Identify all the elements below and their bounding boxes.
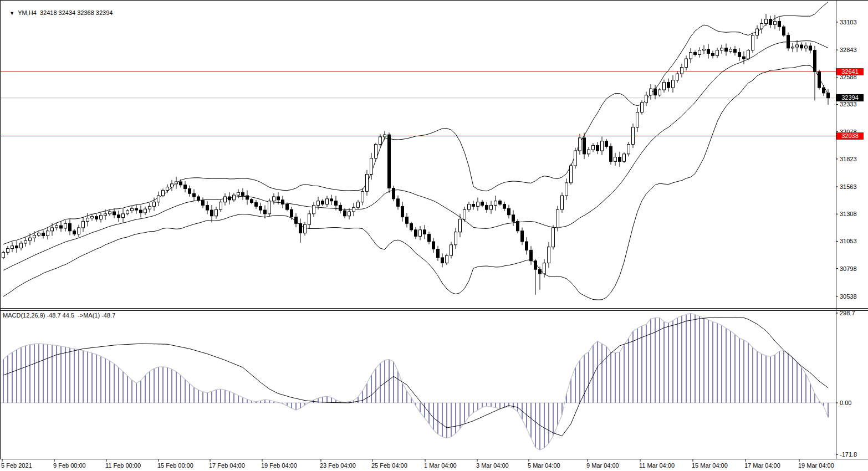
candle[interactable] [446,254,448,265]
upper-band-line[interactable] [3,2,828,244]
candle[interactable] [627,142,630,157]
time-axis-label[interactable]: 15 Feb 00:00 [157,462,193,469]
time-axis-label[interactable]: 11 Mar 04:00 [639,462,675,469]
candle[interactable] [215,207,218,219]
candle[interactable] [264,206,267,219]
candle[interactable] [641,100,644,115]
candle[interactable] [721,45,723,54]
candle[interactable] [295,213,298,227]
candle[interactable] [410,222,413,232]
candle[interactable] [268,198,271,216]
candle[interactable] [211,205,213,222]
candle[interactable] [286,202,289,211]
candle[interactable] [552,225,555,249]
candle[interactable] [73,229,76,236]
time-axis-label[interactable]: 5 Mar 04:00 [528,462,560,469]
time-axis-label[interactable]: 9 Feb 00:00 [53,462,86,469]
candle[interactable] [499,199,502,206]
candle[interactable] [193,189,196,201]
candle[interactable] [823,85,825,96]
candle[interactable] [224,193,227,206]
candle[interactable] [614,153,617,166]
candle[interactable] [441,253,444,267]
candle[interactable] [814,46,816,100]
candle[interactable] [596,142,599,154]
candle[interactable] [423,225,426,239]
candle[interactable] [366,170,369,196]
candle[interactable] [135,205,138,214]
candle[interactable] [610,144,612,165]
candle[interactable] [2,251,5,259]
candle[interactable] [508,205,510,219]
candle[interactable] [672,75,675,93]
candle[interactable] [756,25,759,39]
candle[interactable] [760,19,763,34]
candle[interactable] [339,202,342,213]
support-price-badge[interactable]: 32038 [836,132,864,140]
candle[interactable] [78,225,80,237]
candle[interactable] [512,210,515,226]
candle[interactable] [490,201,493,214]
candle[interactable] [747,49,750,60]
candle[interactable] [574,148,577,169]
candle[interactable] [197,195,200,203]
candle[interactable] [304,222,307,236]
candle[interactable] [131,206,134,213]
candle[interactable] [24,237,27,247]
candle[interactable] [650,84,652,100]
candle[interactable] [783,25,785,37]
candle[interactable] [419,226,422,240]
candle[interactable] [60,222,63,232]
candle[interactable] [113,208,116,218]
candle[interactable] [450,242,453,258]
candle[interactable] [397,196,400,210]
candle[interactable] [388,132,391,193]
candle[interactable] [273,193,275,204]
candle[interactable] [432,238,435,253]
candle[interactable] [259,203,262,214]
candle[interactable] [162,188,165,197]
candle[interactable] [676,71,679,83]
macd-panel[interactable] [0,313,836,450]
candle[interactable] [738,48,741,61]
candle[interactable] [636,107,639,132]
candle[interactable] [778,17,781,30]
time-axis-label[interactable]: 17 Mar 04:00 [744,462,780,469]
candle[interactable] [149,203,151,212]
time-axis-label[interactable]: 1 Mar 04:00 [424,462,457,469]
candle[interactable] [171,180,173,191]
candle[interactable] [82,217,85,232]
candle[interactable] [166,185,169,193]
candle[interactable] [184,181,187,192]
candle[interactable] [716,48,719,58]
candle[interactable] [654,85,657,99]
candle[interactable] [494,196,497,211]
candle[interactable] [219,199,222,212]
candle[interactable] [667,79,670,92]
candle[interactable] [406,213,409,227]
candle[interactable] [468,202,471,212]
resistance-price-badge[interactable]: 32641 [836,68,864,75]
candle[interactable] [326,196,329,207]
candle[interactable] [729,47,732,54]
symbol-dropdown-icon[interactable]: ▼ [9,11,14,16]
candle[interactable] [7,246,9,255]
candle[interactable] [579,134,581,155]
candle[interactable] [605,139,608,149]
candle[interactable] [188,186,191,197]
time-axis-label[interactable]: 19 Feb 04:00 [261,462,297,469]
candle[interactable] [712,50,714,58]
candle[interactable] [601,137,604,156]
candle[interactable] [118,211,120,222]
candle[interactable] [282,196,284,208]
candle[interactable] [645,92,648,106]
candle[interactable] [517,219,519,233]
chart-canvas[interactable]: 3310332843325883233332078318233156331308… [0,0,868,471]
candle[interactable] [698,47,701,58]
lower-band-line[interactable] [3,65,828,300]
candle[interactable] [694,50,697,57]
time-axis-label[interactable]: 19 Mar 04:00 [798,462,834,469]
candle[interactable] [353,203,355,216]
candle[interactable] [313,202,315,217]
candle[interactable] [308,210,311,228]
